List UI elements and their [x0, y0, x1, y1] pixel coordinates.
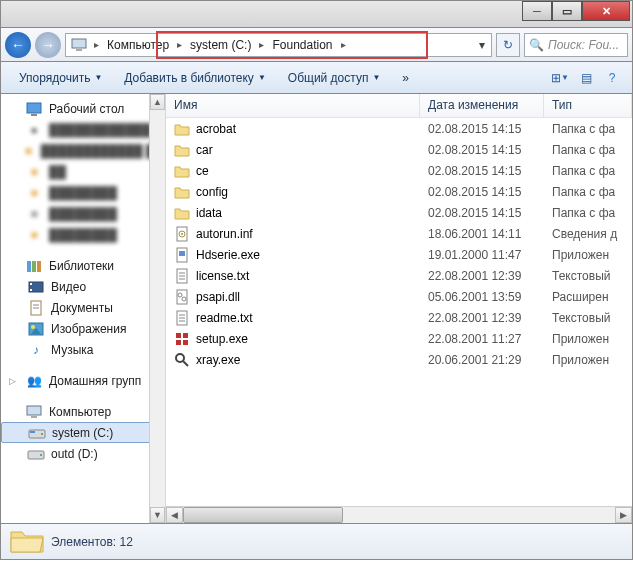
file-type: Текстовый	[544, 311, 632, 325]
chevron-down-icon: ▼	[94, 73, 102, 82]
file-date: 18.06.2001 14:11	[420, 227, 544, 241]
forward-button[interactable]: →	[35, 32, 61, 58]
chevron-right-icon: ▸	[339, 39, 348, 50]
computer-icon	[25, 403, 43, 421]
status-bar: Элементов: 12	[0, 524, 633, 560]
sidebar-item-computer[interactable]: Компьютер	[1, 401, 165, 422]
share-button[interactable]: Общий доступ▼	[278, 67, 391, 89]
maximize-button[interactable]: ▭	[552, 1, 582, 21]
svg-rect-19	[30, 431, 35, 433]
picture-icon	[27, 320, 45, 338]
sidebar-item-blurred[interactable]: ■████████	[1, 182, 165, 203]
music-icon: ♪	[27, 341, 45, 359]
column-date[interactable]: Дата изменения	[420, 94, 544, 117]
sidebar-item-desktop[interactable]: Рабочий стол	[1, 98, 165, 119]
dll-icon	[174, 289, 190, 305]
scroll-down-icon[interactable]: ▼	[150, 507, 165, 523]
more-button[interactable]: »	[392, 67, 419, 89]
file-row[interactable]: car02.08.2015 14:15Папка с фа	[166, 139, 632, 160]
breadcrumb-computer[interactable]: Компьютер	[101, 34, 175, 56]
organize-button[interactable]: Упорядочить▼	[9, 67, 112, 89]
sidebar-item-libraries[interactable]: Библиотеки	[1, 255, 165, 276]
refresh-button[interactable]: ↻	[496, 33, 520, 57]
add-library-button[interactable]: Добавить в библиотеку▼	[114, 67, 275, 89]
help-button[interactable]: ?	[600, 66, 624, 90]
sidebar-item-music[interactable]: ♪Музыка	[1, 339, 165, 360]
search-input[interactable]: 🔍 Поиск: Fou...	[524, 33, 628, 57]
sidebar-item-drive-d[interactable]: outd (D:)	[1, 443, 165, 464]
file-type: Приложен	[544, 353, 632, 367]
xray-icon	[174, 352, 190, 368]
exe-icon	[174, 247, 190, 263]
breadcrumb[interactable]: ▸ Компьютер ▸ system (C:) ▸ Foundation ▸…	[65, 33, 492, 57]
svg-rect-17	[31, 416, 37, 418]
file-row[interactable]: setup.exe22.08.2001 11:27Приложен	[166, 328, 632, 349]
breadcrumb-folder[interactable]: Foundation	[266, 34, 338, 56]
close-button[interactable]: ✕	[582, 1, 630, 21]
column-type[interactable]: Тип	[544, 94, 632, 117]
back-button[interactable]: ←	[5, 32, 31, 58]
breadcrumb-drive[interactable]: system (C:)	[184, 34, 257, 56]
scroll-up-icon[interactable]: ▲	[150, 94, 165, 110]
file-row[interactable]: Hdserie.exe19.01.2000 11:47Приложен	[166, 244, 632, 265]
column-headers: Имя Дата изменения Тип	[166, 94, 632, 118]
file-type: Сведения д	[544, 227, 632, 241]
toolbar: Упорядочить▼ Добавить в библиотеку▼ Общи…	[0, 62, 633, 94]
file-row[interactable]: readme.txt22.08.2001 12:39Текстовый	[166, 307, 632, 328]
file-date: 22.08.2001 12:39	[420, 311, 544, 325]
svg-rect-8	[30, 283, 32, 285]
svg-rect-27	[179, 251, 185, 256]
chevron-down-icon: ▼	[258, 73, 266, 82]
desktop-icon	[25, 100, 43, 118]
sidebar-item-homegroup[interactable]: ▷👥Домашняя групп	[1, 370, 165, 391]
folder-icon	[174, 142, 190, 158]
sidebar-item-blurred[interactable]: ■██	[1, 161, 165, 182]
file-name: psapi.dll	[196, 290, 240, 304]
file-row[interactable]: psapi.dll05.06.2001 13:59Расширен	[166, 286, 632, 307]
horizontal-scrollbar[interactable]: ◀ ▶	[166, 506, 632, 523]
file-row[interactable]: acrobat02.08.2015 14:15Папка с фа	[166, 118, 632, 139]
svg-rect-1	[76, 49, 82, 51]
file-row[interactable]: license.txt22.08.2001 12:39Текстовый	[166, 265, 632, 286]
file-row[interactable]: autorun.inf18.06.2001 14:11Сведения д	[166, 223, 632, 244]
title-bar: ─ ▭ ✕	[0, 0, 633, 28]
file-list: Имя Дата изменения Тип acrobat02.08.2015…	[166, 94, 632, 523]
sidebar-item-documents[interactable]: Документы	[1, 297, 165, 318]
file-row[interactable]: ce02.08.2015 14:15Папка с фа	[166, 160, 632, 181]
document-icon	[27, 299, 45, 317]
file-row[interactable]: idata02.08.2015 14:15Папка с фа	[166, 202, 632, 223]
column-name[interactable]: Имя	[166, 94, 420, 117]
sidebar-item-blurred[interactable]: ●████████████	[1, 119, 165, 140]
txt-icon	[174, 310, 190, 326]
nav-bar: ← → ▸ Компьютер ▸ system (C:) ▸ Foundati…	[0, 28, 633, 62]
file-row[interactable]: xray.exe20.06.2001 21:29Приложен	[166, 349, 632, 370]
chevron-right-icon: ▸	[92, 39, 101, 50]
file-row[interactable]: config02.08.2015 14:15Папка с фа	[166, 181, 632, 202]
svg-rect-5	[32, 261, 36, 272]
svg-rect-41	[176, 340, 181, 345]
svg-point-25	[181, 233, 183, 235]
file-name: xray.exe	[196, 353, 240, 367]
scroll-thumb[interactable]	[183, 507, 343, 523]
file-date: 02.08.2015 14:15	[420, 206, 544, 220]
sidebar-scrollbar[interactable]: ▲ ▼	[149, 94, 165, 523]
minimize-button[interactable]: ─	[522, 1, 552, 21]
expand-icon[interactable]: ▷	[9, 376, 19, 386]
drive-icon	[27, 445, 45, 463]
video-icon	[27, 278, 45, 296]
scroll-right-icon[interactable]: ▶	[615, 507, 632, 523]
sidebar-item-blurred[interactable]: ■████████████ ██	[1, 140, 165, 161]
sidebar-item-videos[interactable]: Видео	[1, 276, 165, 297]
sidebar-item-blurred[interactable]: ■████████	[1, 203, 165, 224]
file-date: 02.08.2015 14:15	[420, 185, 544, 199]
sidebar-item-pictures[interactable]: Изображения	[1, 318, 165, 339]
svg-point-20	[41, 433, 43, 435]
scroll-left-icon[interactable]: ◀	[166, 507, 183, 523]
svg-rect-9	[30, 289, 32, 291]
preview-pane-button[interactable]: ▤	[574, 66, 598, 90]
sidebar-item-drive-c[interactable]: system (C:)	[1, 422, 165, 443]
file-date: 02.08.2015 14:15	[420, 164, 544, 178]
breadcrumb-dropdown[interactable]: ▾	[473, 38, 491, 52]
sidebar-item-blurred[interactable]: ■████████	[1, 224, 165, 245]
view-button[interactable]: ⊞▼	[548, 66, 572, 90]
